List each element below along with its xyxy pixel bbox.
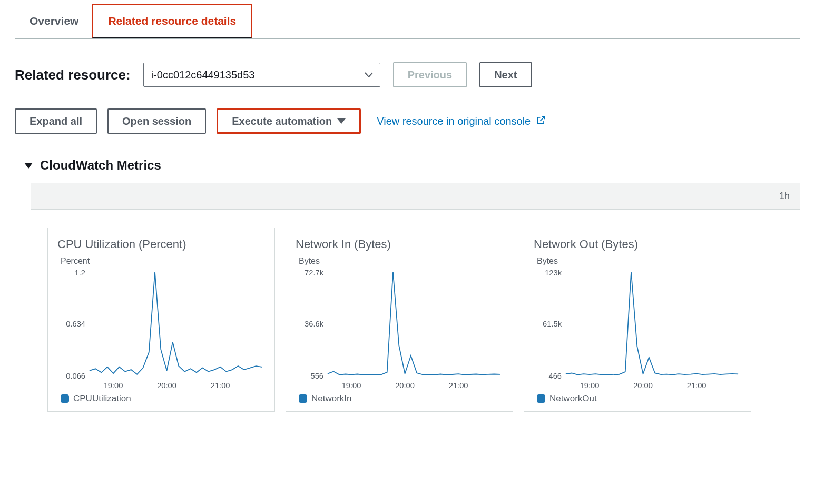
execute-automation-button[interactable]: Execute automation xyxy=(217,108,361,134)
svg-text:1.2: 1.2 xyxy=(75,269,85,277)
resource-select-wrap: i-0cc012c6449135d53 xyxy=(143,63,380,87)
svg-text:61.5k: 61.5k xyxy=(543,320,562,328)
view-resource-link[interactable]: View resource in original console xyxy=(377,115,546,128)
next-button[interactable]: Next xyxy=(479,62,532,87)
svg-text:466: 466 xyxy=(549,372,562,380)
svg-text:556: 556 xyxy=(311,372,323,380)
svg-text:19:00: 19:00 xyxy=(342,381,361,390)
svg-text:72.7k: 72.7k xyxy=(305,269,323,277)
svg-text:21:00: 21:00 xyxy=(449,381,468,390)
chart-legend: CPUUtilization xyxy=(61,393,265,404)
svg-text:123k: 123k xyxy=(545,269,562,277)
actions-row: Expand all Open session Execute automati… xyxy=(0,87,815,134)
svg-text:0.634: 0.634 xyxy=(66,320,85,328)
chart-title: Network In (Bytes) xyxy=(296,238,503,251)
chart-unit: Percent xyxy=(61,256,265,266)
tab-related-resource-details[interactable]: Related resource details xyxy=(92,4,252,38)
panel-title: CloudWatch Metrics xyxy=(40,158,161,173)
chart-legend: NetworkOut xyxy=(537,393,741,404)
panel-header[interactable]: CloudWatch Metrics xyxy=(15,147,800,183)
disclosure-triangle-icon[interactable] xyxy=(24,163,33,169)
svg-text:19:00: 19:00 xyxy=(104,381,123,390)
legend-label: NetworkIn xyxy=(311,393,352,404)
chart-card: CPU Utilization (Percent) Percent 1.20.6… xyxy=(47,228,275,412)
related-resource-label: Related resource: xyxy=(15,67,131,83)
chevron-down-icon xyxy=(337,118,346,124)
svg-text:19:00: 19:00 xyxy=(580,381,600,390)
cloudwatch-metrics-panel: CloudWatch Metrics 1h CPU Utilization (P… xyxy=(15,147,800,430)
resource-selector-row: Related resource: i-0cc012c6449135d53 Pr… xyxy=(0,39,815,87)
svg-text:36.6k: 36.6k xyxy=(305,320,323,328)
time-range-1h[interactable]: 1h xyxy=(779,191,790,202)
svg-text:20:00: 20:00 xyxy=(157,381,176,390)
expand-all-button[interactable]: Expand all xyxy=(15,108,97,134)
open-session-button[interactable]: Open session xyxy=(107,108,206,134)
legend-swatch xyxy=(299,394,307,403)
legend-label: CPUUtilization xyxy=(73,393,131,404)
svg-text:20:00: 20:00 xyxy=(395,381,415,390)
chart-title: CPU Utilization (Percent) xyxy=(57,238,265,251)
chart-plot[interactable]: 72.7k36.6k556 19:0020:0021:00 xyxy=(299,269,503,390)
previous-button: Previous xyxy=(393,62,467,87)
chart-legend: NetworkIn xyxy=(299,393,503,404)
chart-title: Network Out (Bytes) xyxy=(534,238,741,251)
tab-overview[interactable]: Overview xyxy=(15,5,93,38)
tabs-bar: Overview Related resource details xyxy=(15,2,800,39)
svg-text:21:00: 21:00 xyxy=(211,381,230,390)
legend-swatch xyxy=(61,394,69,403)
chart-plot[interactable]: 123k61.5k466 19:0020:0021:00 xyxy=(537,269,741,390)
svg-text:20:00: 20:00 xyxy=(633,381,653,390)
charts-container: CPU Utilization (Percent) Percent 1.20.6… xyxy=(15,210,800,430)
chart-card: Network In (Bytes) Bytes 72.7k36.6k556 1… xyxy=(286,228,513,412)
external-link-icon xyxy=(536,115,546,128)
legend-swatch xyxy=(537,394,545,403)
chart-card: Network Out (Bytes) Bytes 123k61.5k466 1… xyxy=(524,228,751,412)
svg-text:21:00: 21:00 xyxy=(687,381,706,390)
chart-unit: Bytes xyxy=(299,256,503,266)
execute-automation-label: Execute automation xyxy=(232,115,332,127)
chart-unit: Bytes xyxy=(537,256,741,266)
view-resource-link-label: View resource in original console xyxy=(377,115,531,127)
resource-select[interactable]: i-0cc012c6449135d53 xyxy=(143,63,380,87)
chart-plot[interactable]: 1.20.6340.066 19:0020:0021:00 xyxy=(61,269,265,390)
legend-label: NetworkOut xyxy=(549,393,597,404)
svg-text:0.066: 0.066 xyxy=(66,372,85,380)
time-range-bar: 1h xyxy=(31,183,800,210)
